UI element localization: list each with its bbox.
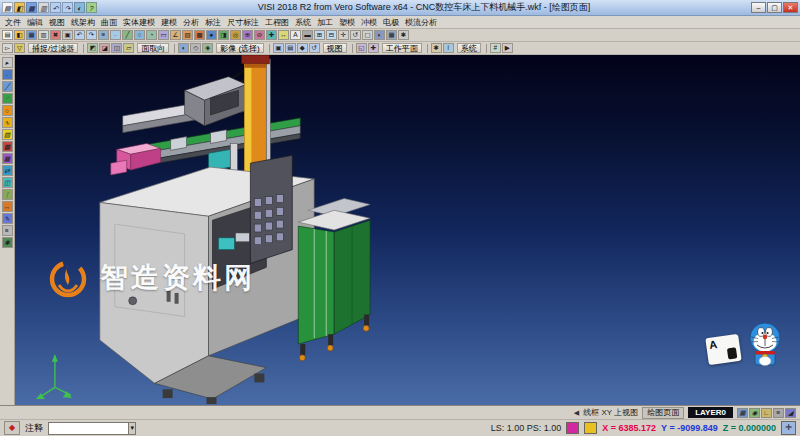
menu-item[interactable]: 实体建模 [120, 17, 158, 28]
macro-play-icon[interactable]: ▶ [502, 43, 513, 53]
menu-item[interactable]: 标注 [202, 17, 224, 28]
zoom-in-icon[interactable]: ⊞ [314, 30, 325, 40]
viewport-3d[interactable]: 智造资料网 A [15, 55, 800, 405]
solid-icon[interactable]: ▩ [194, 30, 205, 40]
hidden-line-icon[interactable]: ◈ [202, 43, 213, 53]
menu-item[interactable]: 尺寸标注 [224, 17, 262, 28]
close-button[interactable]: ✕ [783, 2, 798, 13]
save-icon[interactable]: ▦ [26, 30, 37, 40]
face-normal-icon[interactable]: ◩ [87, 43, 98, 53]
system-dropdown[interactable]: 系统 [457, 43, 481, 53]
view-mode-icon[interactable]: ◐ [74, 2, 85, 13]
view-top-icon[interactable]: ▤ [285, 43, 296, 53]
surface-icon[interactable]: ▧ [2, 129, 13, 140]
render-mode-dropdown[interactable]: 影像 (选择) [216, 43, 264, 53]
grid-icon[interactable]: ▦ [386, 30, 397, 40]
maximize-button[interactable]: ▢ [767, 2, 782, 13]
menu-item[interactable]: 塑模 [336, 17, 358, 28]
menu-item[interactable]: 模流分析 [402, 17, 440, 28]
system-info-icon[interactable]: i [443, 43, 454, 53]
face-reverse-icon[interactable]: ◪ [99, 43, 110, 53]
calculator-icon[interactable]: # [490, 43, 501, 53]
redo-icon[interactable]: ↷ [86, 30, 97, 40]
shaded-view-icon[interactable]: ◐ [178, 43, 189, 53]
new-file-icon[interactable]: ▤ [2, 2, 13, 13]
menu-item[interactable]: 加工 [314, 17, 336, 28]
pan-icon[interactable]: ✛ [338, 30, 349, 40]
view-iso-icon[interactable]: ◆ [297, 43, 308, 53]
mesh-icon[interactable]: ▦ [2, 153, 13, 164]
new-file-icon[interactable]: ▤ [2, 30, 13, 40]
circle-icon[interactable]: ○ [134, 30, 145, 40]
point-icon[interactable]: ∙ [110, 30, 121, 40]
layers-icon[interactable]: ≡ [98, 30, 109, 40]
wireframe-view-icon[interactable]: ◇ [190, 43, 201, 53]
layers-icon[interactable]: ≡ [2, 225, 13, 236]
line-icon[interactable]: ╱ [2, 81, 13, 92]
workplane-xy-icon[interactable]: ◱ [356, 43, 367, 53]
sphere-icon[interactable]: ● [206, 30, 217, 40]
annotation-icon[interactable]: ◆ [4, 421, 20, 435]
undo-icon[interactable]: ↶ [50, 2, 61, 13]
line-icon[interactable]: ╱ [122, 30, 133, 40]
fill-color-icon[interactable] [584, 422, 597, 434]
view-front-icon[interactable]: ▣ [273, 43, 284, 53]
pen-color-icon[interactable] [566, 422, 579, 434]
menu-item[interactable]: 编辑 [24, 17, 46, 28]
properties-icon[interactable]: ✱ [2, 237, 13, 248]
settings-icon[interactable]: ✱ [398, 30, 409, 40]
rectangle-icon[interactable]: ▭ [158, 30, 169, 40]
copy-icon[interactable]: ▣ [62, 30, 73, 40]
open-file-icon[interactable]: ◧ [14, 30, 25, 40]
text-icon[interactable]: A [290, 30, 301, 40]
workplane-new-icon[interactable]: ✚ [368, 43, 379, 53]
menu-item[interactable]: 冲模 [358, 17, 380, 28]
save-icon[interactable]: ▦ [26, 2, 37, 13]
revolve-icon[interactable]: ◎ [230, 30, 241, 40]
snap-filter-dropdown[interactable]: 捕捉/过滤器 [28, 43, 78, 53]
array-icon[interactable]: ⋮ [2, 189, 13, 200]
fit-view-icon[interactable]: ▢ [362, 30, 373, 40]
select-arrow-icon[interactable]: ▸ [2, 57, 13, 68]
boolean-union-icon[interactable]: ⊕ [242, 30, 253, 40]
solid-icon[interactable]: ▩ [2, 141, 13, 152]
arc-icon[interactable]: ◔ [146, 30, 157, 40]
redo-icon[interactable]: ↷ [62, 2, 73, 13]
rotate-view-icon[interactable]: ↺ [350, 30, 361, 40]
annotation-combobox[interactable]: ▾ [48, 422, 136, 435]
menu-item[interactable]: 线架构 [68, 17, 98, 28]
menu-item[interactable]: 分析 [180, 17, 202, 28]
view-prev-button[interactable]: ◀ [574, 409, 579, 417]
select-icon[interactable]: ▻ [2, 43, 13, 53]
add-geometry-icon[interactable]: ✚ [266, 30, 277, 40]
menu-item[interactable]: 曲面 [98, 17, 120, 28]
curve-icon[interactable]: ∿ [2, 117, 13, 128]
workplane-indicator-icon[interactable]: ◢ [785, 408, 796, 418]
shade-icon[interactable]: ◐ [374, 30, 385, 40]
annotate-icon[interactable]: ✎ [2, 213, 13, 224]
undo-icon[interactable]: ↶ [74, 30, 85, 40]
open-file-icon[interactable]: ◧ [14, 2, 25, 13]
ortho-toggle-icon[interactable]: ∟ [761, 408, 772, 418]
drawing-page-button[interactable]: 绘图页面 [642, 407, 684, 419]
filter-icon[interactable]: ▽ [14, 43, 25, 53]
face-align-icon[interactable]: ▱ [123, 43, 134, 53]
workplane-dropdown[interactable]: 工作平面 [382, 43, 422, 53]
print-icon[interactable]: ▥ [38, 2, 49, 13]
circle-icon[interactable]: ○ [2, 105, 13, 116]
face-check-icon[interactable]: ◫ [111, 43, 122, 53]
layer-indicator[interactable]: LAYER0 [688, 407, 733, 418]
grid-toggle-icon[interactable]: ▦ [737, 408, 748, 418]
delete-icon[interactable]: ✖ [50, 30, 61, 40]
angle-icon[interactable]: ∠ [170, 30, 181, 40]
menu-item[interactable]: 系统 [292, 17, 314, 28]
menu-item[interactable]: 电极 [380, 17, 402, 28]
system-settings-icon[interactable]: ✱ [431, 43, 442, 53]
minimize-button[interactable]: – [751, 2, 766, 13]
layer-manager-icon[interactable]: ≡ [773, 408, 784, 418]
section-icon[interactable]: ◨ [218, 30, 229, 40]
menu-item[interactable]: 建模 [158, 17, 180, 28]
menu-item[interactable]: 文件 [2, 17, 24, 28]
menu-item[interactable]: 工程图 [262, 17, 292, 28]
view-rotate-icon[interactable]: ↺ [309, 43, 320, 53]
